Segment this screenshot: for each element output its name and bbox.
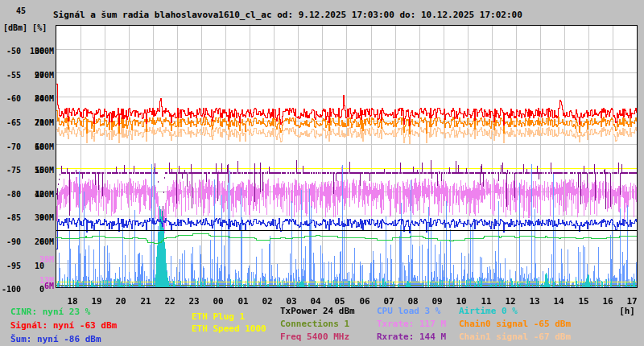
legend-txpower: TxPower 24 dBm [280, 307, 355, 316]
x-axis-unit-label: [h] [609, 307, 635, 316]
x-axis-hour-label: 23 [182, 297, 206, 307]
y-axis-tick-label: 120M [30, 190, 54, 199]
y-axis-row: -8040120M [0, 190, 55, 199]
legend-txrate: Txrate: 117 M [377, 319, 446, 329]
y-axis-row: -5590270M [0, 71, 55, 80]
legend-airtime: Airtime 0 % [459, 307, 518, 316]
y-axis-tick-label: -75 [0, 166, 21, 175]
x-axis-hour-label: 18 [60, 297, 85, 307]
y-axis-tick-label: -55 [0, 71, 21, 80]
y-axis-tick-label: -100 [0, 285, 21, 294]
legend-connections: Connections 1 [280, 319, 349, 329]
y-axis-tick-label: -95 [0, 262, 21, 270]
y-axis-tick-label: -65 [0, 118, 21, 127]
y-axis-tick-label: -70 [0, 142, 21, 151]
y-axis-tick-label: 150M [30, 166, 54, 175]
page-title: Signál a šum radia blahoslavova1610_cl_a… [53, 10, 522, 20]
y-axis-tick-label: -50 [0, 47, 21, 56]
y-axis-row: -6570210M [0, 118, 55, 127]
y-axis-tick-label: -90 [0, 237, 21, 246]
y-axis-top-value: 45 [16, 6, 26, 15]
legend-freq: Freq 5400 MHz [280, 332, 349, 342]
legend-cpu-load: CPU load 3 % [377, 307, 440, 316]
y-axis-tick-label: 210M [30, 118, 54, 127]
x-axis-hour-label: 00 [206, 297, 230, 307]
y-axis-row: -7550150M [0, 166, 55, 175]
legend-eth-speed: ETH Speed 1000 [192, 324, 266, 334]
y-axis-tick-label: -80 [0, 190, 21, 199]
y-axis-tick-label: 270M [30, 71, 54, 80]
x-axis-hour-label: 02 [255, 297, 279, 307]
legend-noise: Šum: nyní -86 dBm [10, 335, 101, 344]
x-axis-hour-label: 01 [231, 297, 255, 307]
y-axis-rate-label: 39M [30, 255, 54, 264]
y-axis-row: -50100300M [0, 47, 55, 56]
x-axis-hour-label: 21 [134, 297, 158, 307]
x-axis-hour-label: 22 [158, 297, 182, 307]
x-axis-hour-label: 16 [596, 297, 620, 307]
y-axis-tick-label: -60 [0, 94, 21, 103]
y-axis-tick-label: 180M [30, 142, 54, 151]
chart-plot-area [56, 25, 638, 288]
y-axis-tick-label: 90M [30, 213, 54, 222]
x-axis-hour-label: 13 [522, 297, 547, 307]
y-axis-row: -902060M [0, 237, 55, 246]
y-axis-tick-label: -85 [0, 213, 21, 222]
y-axis-tick-label: 60M [30, 237, 54, 246]
legend-cinr: CINR: nyní 23 % [10, 307, 90, 317]
y-axis-row: -7060180M [0, 142, 55, 151]
y-axis-tick-label: 300M [30, 47, 54, 56]
x-axis-hour-label: 06 [353, 297, 377, 307]
y-axis-rate-label: 6M [30, 282, 54, 290]
x-axis-hour-label: 14 [547, 297, 571, 307]
legend-signal: Signál: nyní -63 dBm [10, 321, 117, 331]
signal-noise-graph-page: Signál a šum radia blahoslavova1610_cl_a… [0, 0, 644, 346]
legend-chain0: Chain0 signal -65 dBm [459, 319, 571, 329]
legend-eth-plug: ETH Plug 1 [192, 312, 245, 322]
legend-chain1: Chain1 signal -67 dBm [459, 332, 571, 342]
y-axis-units-label: [dBm] [%] [3, 23, 47, 32]
y-axis-tick-label: 240M [30, 94, 54, 103]
x-axis-hour-label: 20 [109, 297, 133, 307]
x-axis-hour-label: 15 [572, 297, 596, 307]
y-axis-row: -6080240M [0, 94, 55, 103]
legend-rxrate: Rxrate: 144 M [377, 332, 446, 342]
x-axis-hour-label: 19 [85, 297, 109, 307]
y-axis-row: -853090M [0, 213, 55, 222]
